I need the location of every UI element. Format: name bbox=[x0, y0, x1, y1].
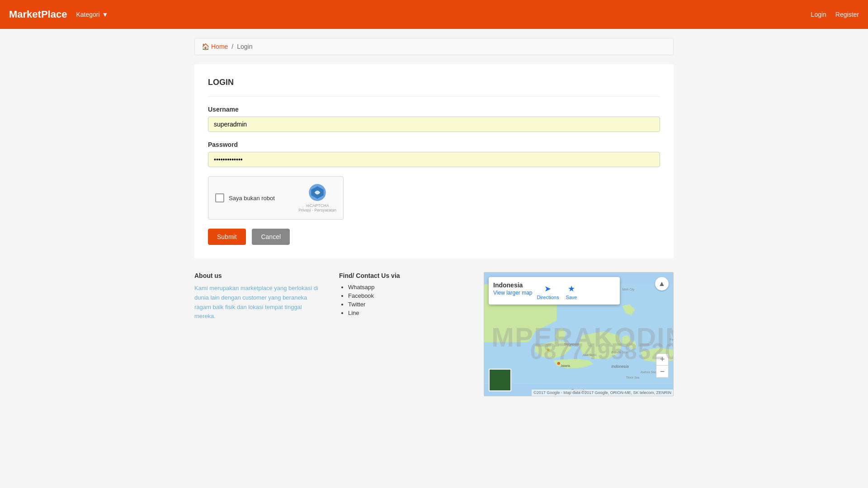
map-directions-button[interactable]: ➤ Directions bbox=[537, 284, 559, 300]
submit-button[interactable]: Submit bbox=[208, 229, 246, 245]
recaptcha-label: Saya bukan robot bbox=[229, 195, 275, 202]
map-popup-actions: ➤ Directions ★ Save bbox=[537, 284, 577, 300]
svg-text:Singapore: Singapore bbox=[564, 342, 579, 346]
svg-text:Timor Sea: Timor Sea bbox=[626, 376, 640, 379]
save-label: Save bbox=[566, 295, 577, 300]
list-item[interactable]: Facebook bbox=[348, 292, 466, 299]
map-nav-icon[interactable]: ▲ bbox=[655, 277, 669, 291]
map-zoom-in-button[interactable]: + bbox=[656, 354, 668, 366]
map-attribution: ©2017 Google - Map data ©2017 Google, OR… bbox=[532, 389, 673, 396]
svg-text:Java Sea: Java Sea bbox=[582, 353, 594, 357]
svg-point-10 bbox=[557, 362, 560, 365]
map-thumbnail[interactable] bbox=[489, 369, 511, 391]
recaptcha-badge-text: reCAPTCHA Privasi - Persyaratan bbox=[298, 203, 336, 212]
form-buttons: Submit Cancel bbox=[208, 229, 660, 245]
login-section: LOGIN Username Password Saya bukan robot bbox=[194, 64, 674, 258]
svg-text:Banda Sea: Banda Sea bbox=[611, 350, 627, 354]
recaptcha-logo-icon bbox=[308, 183, 326, 202]
map-popup-content: Indonesia View larger map bbox=[493, 282, 532, 296]
map-zoom-out-button[interactable]: − bbox=[656, 366, 668, 377]
breadcrumb-home-link[interactable]: 🏠 Home bbox=[202, 43, 228, 50]
contact-list: Whatsapp Facebook Twitter Line bbox=[339, 284, 466, 316]
map-view-larger-link[interactable]: View larger map bbox=[493, 290, 532, 296]
recaptcha-widget[interactable]: Saya bukan robot reCAPTCHA Privasi - Per… bbox=[208, 176, 344, 220]
login-title: LOGIN bbox=[208, 78, 660, 87]
breadcrumb-current: Login bbox=[237, 43, 252, 50]
main-content: 🏠 Home / Login LOGIN Username Password S… bbox=[185, 29, 683, 405]
breadcrumb: 🏠 Home / Login bbox=[194, 38, 674, 55]
save-star-icon: ★ bbox=[568, 284, 575, 294]
cancel-button[interactable]: Cancel bbox=[252, 229, 290, 245]
register-nav-link[interactable]: Register bbox=[835, 11, 859, 18]
footer-section: About us Kami merupakan marketplace yang… bbox=[194, 272, 674, 396]
kategori-dropdown[interactable]: Kategori ▼ bbox=[76, 11, 108, 18]
brand-logo[interactable]: MarketPlace bbox=[9, 9, 67, 20]
svg-text:★: ★ bbox=[546, 347, 551, 352]
login-nav-link[interactable]: Login bbox=[811, 11, 826, 18]
list-item[interactable]: Twitter bbox=[348, 301, 466, 308]
recaptcha-left: Saya bukan robot bbox=[215, 193, 275, 202]
about-text: Kami merupakan marketplace yang berlokas… bbox=[194, 284, 321, 321]
navbar-left: MarketPlace Kategori ▼ bbox=[9, 9, 108, 20]
map-container: Singapore Indonesia Banda Sea Java Sea A… bbox=[484, 272, 674, 396]
recaptcha-right: reCAPTCHA Privasi - Persyaratan bbox=[298, 183, 336, 212]
svg-text:Jakarta: Jakarta bbox=[561, 364, 570, 367]
username-input[interactable] bbox=[208, 117, 660, 132]
about-heading: About us bbox=[194, 272, 321, 279]
footer-map: Singapore Indonesia Banda Sea Java Sea A… bbox=[484, 272, 674, 396]
footer-about: About us Kami merupakan marketplace yang… bbox=[194, 272, 321, 321]
username-label: Username bbox=[208, 106, 660, 113]
home-icon: 🏠 bbox=[202, 43, 209, 50]
map-save-button[interactable]: ★ Save bbox=[566, 284, 577, 300]
password-input[interactable] bbox=[208, 152, 660, 167]
list-item[interactable]: Whatsapp bbox=[348, 284, 466, 291]
password-group: Password bbox=[208, 141, 660, 167]
navbar: MarketPlace Kategori ▼ Login Register bbox=[0, 0, 868, 29]
list-item[interactable]: Line bbox=[348, 310, 466, 316]
svg-text:Indonesia: Indonesia bbox=[611, 364, 628, 369]
svg-text:Minh City: Minh City bbox=[622, 288, 635, 291]
directions-icon: ➤ bbox=[544, 284, 551, 294]
map-zoom-controls: + − bbox=[656, 353, 669, 378]
recaptcha-checkbox[interactable] bbox=[215, 193, 224, 202]
svg-text:Pa...: Pa... bbox=[670, 338, 673, 342]
chevron-down-icon: ▼ bbox=[102, 11, 108, 18]
navbar-right: Login Register bbox=[811, 11, 859, 18]
kategori-label: Kategori bbox=[76, 11, 99, 18]
breadcrumb-separator: / bbox=[231, 43, 233, 50]
username-group: Username bbox=[208, 106, 660, 132]
map-popup: Indonesia View larger map ➤ Directions ★… bbox=[489, 277, 620, 305]
directions-label: Directions bbox=[537, 295, 559, 300]
svg-text:Arafura Sea: Arafura Sea bbox=[640, 371, 656, 374]
password-label: Password bbox=[208, 141, 660, 148]
contact-heading: Find/ Contact Us via bbox=[339, 272, 466, 279]
footer-contact: Find/ Contact Us via Whatsapp Facebook T… bbox=[339, 272, 466, 318]
breadcrumb-home-label: Home bbox=[211, 43, 228, 50]
map-location-title: Indonesia bbox=[493, 282, 532, 289]
form-divider bbox=[208, 96, 660, 97]
